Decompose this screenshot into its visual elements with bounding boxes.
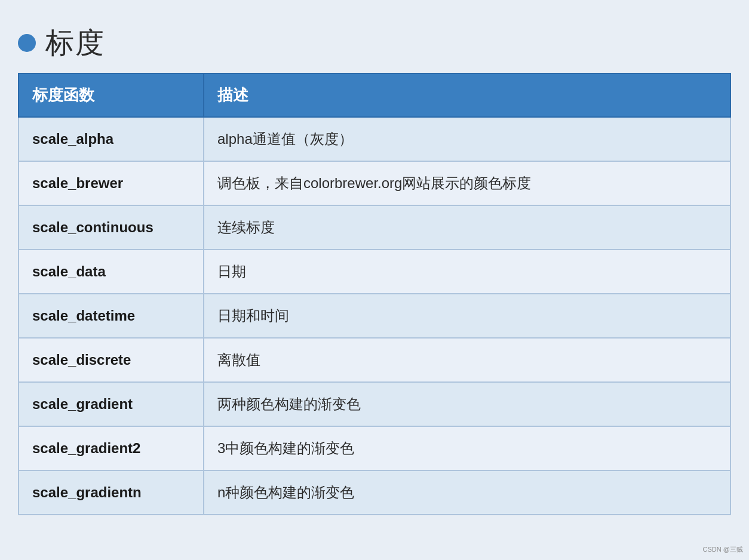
cell-func: scale_brewer <box>19 161 204 205</box>
table-row: scale_alphaalpha通道值（灰度） <box>19 117 730 161</box>
cell-func: scale_datetime <box>19 294 204 338</box>
cell-func: scale_alpha <box>19 117 204 161</box>
table-row: scale_gradient两种颜色构建的渐变色 <box>19 382 730 426</box>
cell-desc: 调色板，来自colorbrewer.org网站展示的颜色标度 <box>204 161 730 205</box>
cell-desc: alpha通道值（灰度） <box>204 117 730 161</box>
section-title: 标度 <box>18 24 731 62</box>
watermark: CSDN @三贼 <box>703 545 743 554</box>
col-header-func: 标度函数 <box>19 73 204 117</box>
cell-func: scale_continuous <box>19 205 204 250</box>
table-row: scale_data日期 <box>19 250 730 294</box>
cell-func: scale_gradient2 <box>19 426 204 470</box>
table-row: scale_gradientnn种颜色构建的渐变色 <box>19 470 730 515</box>
table-row: scale_brewer调色板，来自colorbrewer.org网站展示的颜色… <box>19 161 730 205</box>
cell-func: scale_gradient <box>19 382 204 426</box>
table-row: scale_continuous连续标度 <box>19 205 730 250</box>
cell-desc: 离散值 <box>204 338 730 382</box>
table-row: scale_datetime日期和时间 <box>19 294 730 338</box>
table-row: scale_discrete离散值 <box>19 338 730 382</box>
cell-func: scale_discrete <box>19 338 204 382</box>
scale-table: 标度函数 描述 scale_alphaalpha通道值（灰度）scale_bre… <box>18 73 731 515</box>
col-header-desc: 描述 <box>204 73 730 117</box>
cell-desc: 连续标度 <box>204 205 730 250</box>
cell-desc: 3中颜色构建的渐变色 <box>204 426 730 470</box>
cell-desc: 日期和时间 <box>204 294 730 338</box>
cell-desc: 两种颜色构建的渐变色 <box>204 382 730 426</box>
cell-func: scale_data <box>19 250 204 294</box>
table-row: scale_gradient23中颜色构建的渐变色 <box>19 426 730 470</box>
title-dot <box>18 34 36 52</box>
table-header-row: 标度函数 描述 <box>19 73 730 117</box>
cell-func: scale_gradientn <box>19 470 204 515</box>
cell-desc: 日期 <box>204 250 730 294</box>
title-text: 标度 <box>45 24 105 62</box>
main-container: 标度 标度函数 描述 scale_alphaalpha通道值（灰度）scale_… <box>18 24 731 515</box>
cell-desc: n种颜色构建的渐变色 <box>204 470 730 515</box>
